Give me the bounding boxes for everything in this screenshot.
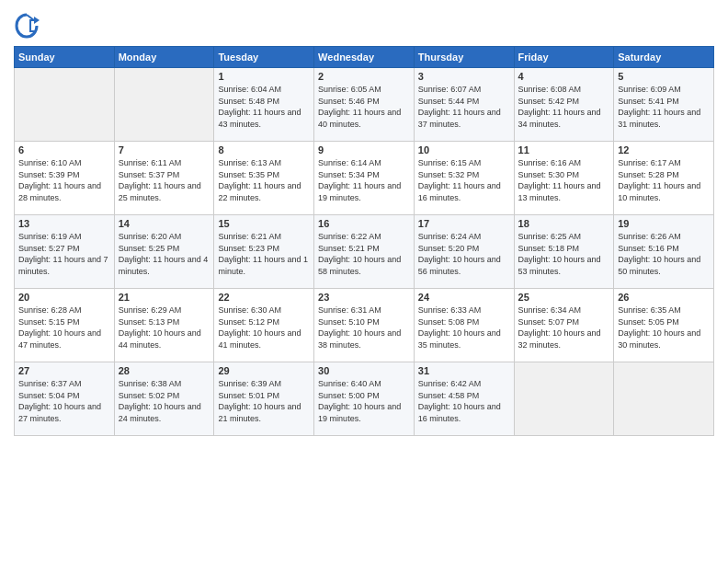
day-number: 22 (218, 292, 310, 303)
week-row-3: 20Sunrise: 6:28 AMSunset: 5:15 PMDayligh… (15, 289, 714, 362)
calendar-cell: 27Sunrise: 6:37 AMSunset: 5:04 PMDayligh… (15, 362, 115, 436)
week-row-4: 27Sunrise: 6:37 AMSunset: 5:04 PMDayligh… (15, 362, 714, 436)
day-number: 10 (418, 144, 510, 155)
day-info: Sunrise: 6:26 AMSunset: 5:16 PMDaylight:… (618, 231, 710, 277)
calendar-cell: 1Sunrise: 6:04 AMSunset: 5:48 PMDaylight… (214, 68, 314, 142)
day-info: Sunrise: 6:35 AMSunset: 5:05 PMDaylight:… (618, 304, 710, 350)
day-info: Sunrise: 6:21 AMSunset: 5:23 PMDaylight:… (218, 231, 310, 277)
day-number: 1 (218, 71, 310, 82)
calendar-cell: 13Sunrise: 6:19 AMSunset: 5:27 PMDayligh… (15, 215, 115, 289)
day-info: Sunrise: 6:38 AMSunset: 5:02 PMDaylight:… (119, 378, 210, 424)
header-sunday: Sunday (15, 47, 115, 68)
calendar-cell: 15Sunrise: 6:21 AMSunset: 5:23 PMDayligh… (214, 215, 314, 289)
day-number: 24 (418, 292, 510, 303)
calendar-cell: 31Sunrise: 6:42 AMSunset: 4:58 PMDayligh… (414, 362, 514, 436)
calendar-cell: 24Sunrise: 6:33 AMSunset: 5:08 PMDayligh… (414, 289, 514, 362)
week-row-0: 1Sunrise: 6:04 AMSunset: 5:48 PMDaylight… (15, 68, 714, 142)
svg-marker-0 (34, 17, 40, 24)
day-info: Sunrise: 6:14 AMSunset: 5:34 PMDaylight:… (318, 157, 410, 203)
day-number: 20 (18, 292, 110, 303)
day-info: Sunrise: 6:37 AMSunset: 5:04 PMDaylight:… (18, 378, 110, 424)
day-info: Sunrise: 6:13 AMSunset: 5:35 PMDaylight:… (218, 157, 310, 203)
header-thursday: Thursday (414, 47, 514, 68)
day-number: 2 (318, 71, 410, 82)
calendar-cell: 19Sunrise: 6:26 AMSunset: 5:16 PMDayligh… (614, 215, 714, 289)
day-info: Sunrise: 6:10 AMSunset: 5:39 PMDaylight:… (18, 157, 110, 203)
calendar-cell (15, 68, 115, 142)
calendar-cell: 14Sunrise: 6:20 AMSunset: 5:25 PMDayligh… (114, 215, 214, 289)
calendar-cell: 8Sunrise: 6:13 AMSunset: 5:35 PMDaylight… (214, 142, 314, 215)
calendar-cell: 2Sunrise: 6:05 AMSunset: 5:46 PMDaylight… (314, 68, 415, 142)
day-info: Sunrise: 6:30 AMSunset: 5:12 PMDaylight:… (218, 304, 310, 350)
calendar-cell: 29Sunrise: 6:39 AMSunset: 5:01 PMDayligh… (214, 362, 314, 436)
calendar-cell: 21Sunrise: 6:29 AMSunset: 5:13 PMDayligh… (114, 289, 214, 362)
day-info: Sunrise: 6:19 AMSunset: 5:27 PMDaylight:… (18, 231, 110, 277)
day-number: 16 (318, 218, 410, 229)
header-saturday: Saturday (614, 47, 714, 68)
calendar-table: SundayMondayTuesdayWednesdayThursdayFrid… (14, 46, 714, 436)
calendar-cell: 30Sunrise: 6:40 AMSunset: 5:00 PMDayligh… (314, 362, 415, 436)
day-info: Sunrise: 6:25 AMSunset: 5:18 PMDaylight:… (518, 231, 610, 277)
day-number: 6 (18, 144, 110, 155)
calendar-cell: 16Sunrise: 6:22 AMSunset: 5:21 PMDayligh… (314, 215, 415, 289)
day-number: 14 (119, 218, 210, 229)
calendar-cell: 4Sunrise: 6:08 AMSunset: 5:42 PMDaylight… (514, 68, 614, 142)
day-number: 27 (18, 365, 110, 376)
day-info: Sunrise: 6:34 AMSunset: 5:07 PMDaylight:… (518, 304, 610, 350)
day-number: 25 (518, 292, 610, 303)
header-monday: Monday (114, 47, 214, 68)
day-number: 30 (318, 365, 410, 376)
logo (14, 13, 42, 39)
day-number: 31 (418, 365, 510, 376)
calendar-cell: 3Sunrise: 6:07 AMSunset: 5:44 PMDaylight… (414, 68, 514, 142)
day-number: 26 (618, 292, 710, 303)
day-info: Sunrise: 6:28 AMSunset: 5:15 PMDaylight:… (18, 304, 110, 350)
day-info: Sunrise: 6:20 AMSunset: 5:25 PMDaylight:… (119, 231, 210, 277)
calendar-cell: 17Sunrise: 6:24 AMSunset: 5:20 PMDayligh… (414, 215, 514, 289)
calendar-cell: 20Sunrise: 6:28 AMSunset: 5:15 PMDayligh… (15, 289, 115, 362)
header-tuesday: Tuesday (214, 47, 314, 68)
day-info: Sunrise: 6:22 AMSunset: 5:21 PMDaylight:… (318, 231, 410, 277)
week-row-1: 6Sunrise: 6:10 AMSunset: 5:39 PMDaylight… (15, 142, 714, 215)
day-number: 15 (218, 218, 310, 229)
day-info: Sunrise: 6:05 AMSunset: 5:46 PMDaylight:… (318, 84, 410, 130)
calendar-cell: 26Sunrise: 6:35 AMSunset: 5:05 PMDayligh… (614, 289, 714, 362)
day-info: Sunrise: 6:33 AMSunset: 5:08 PMDaylight:… (418, 304, 510, 350)
calendar-cell (614, 362, 714, 436)
day-info: Sunrise: 6:42 AMSunset: 4:58 PMDaylight:… (418, 378, 510, 424)
calendar-cell: 23Sunrise: 6:31 AMSunset: 5:10 PMDayligh… (314, 289, 415, 362)
calendar-cell (114, 68, 214, 142)
day-number: 7 (119, 144, 210, 155)
day-number: 28 (119, 365, 210, 376)
day-info: Sunrise: 6:15 AMSunset: 5:32 PMDaylight:… (418, 157, 510, 203)
day-number: 29 (218, 365, 310, 376)
day-info: Sunrise: 6:07 AMSunset: 5:44 PMDaylight:… (418, 84, 510, 130)
day-number: 18 (518, 218, 610, 229)
day-info: Sunrise: 6:08 AMSunset: 5:42 PMDaylight:… (518, 84, 610, 130)
day-number: 17 (418, 218, 510, 229)
header-wednesday: Wednesday (314, 47, 415, 68)
day-number: 3 (418, 71, 510, 82)
day-info: Sunrise: 6:09 AMSunset: 5:41 PMDaylight:… (618, 84, 710, 130)
day-info: Sunrise: 6:04 AMSunset: 5:48 PMDaylight:… (218, 84, 310, 130)
day-info: Sunrise: 6:29 AMSunset: 5:13 PMDaylight:… (119, 304, 210, 350)
calendar-cell: 12Sunrise: 6:17 AMSunset: 5:28 PMDayligh… (614, 142, 714, 215)
calendar-cell: 10Sunrise: 6:15 AMSunset: 5:32 PMDayligh… (414, 142, 514, 215)
day-info: Sunrise: 6:17 AMSunset: 5:28 PMDaylight:… (618, 157, 710, 203)
day-number: 13 (18, 218, 110, 229)
page-header (14, 9, 714, 39)
day-number: 11 (518, 144, 610, 155)
calendar-header-row: SundayMondayTuesdayWednesdayThursdayFrid… (15, 47, 714, 68)
day-info: Sunrise: 6:11 AMSunset: 5:37 PMDaylight:… (119, 157, 210, 203)
calendar-cell: 5Sunrise: 6:09 AMSunset: 5:41 PMDaylight… (614, 68, 714, 142)
day-info: Sunrise: 6:16 AMSunset: 5:30 PMDaylight:… (518, 157, 610, 203)
calendar-body: 1Sunrise: 6:04 AMSunset: 5:48 PMDaylight… (15, 68, 714, 436)
calendar-cell: 18Sunrise: 6:25 AMSunset: 5:18 PMDayligh… (514, 215, 614, 289)
day-number: 5 (618, 71, 710, 82)
day-number: 12 (618, 144, 710, 155)
calendar-cell: 28Sunrise: 6:38 AMSunset: 5:02 PMDayligh… (114, 362, 214, 436)
calendar-cell: 11Sunrise: 6:16 AMSunset: 5:30 PMDayligh… (514, 142, 614, 215)
day-number: 4 (518, 71, 610, 82)
calendar-cell (514, 362, 614, 436)
logo-icon (14, 13, 40, 39)
